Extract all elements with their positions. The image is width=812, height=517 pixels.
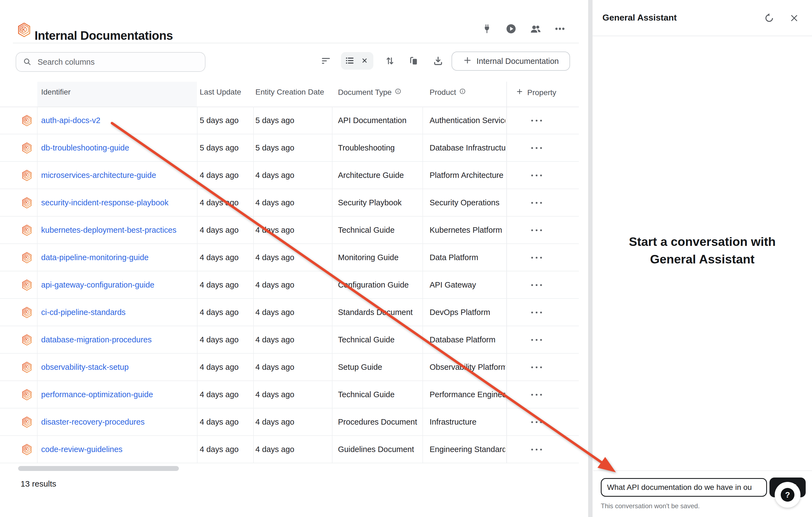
- column-header-entity-creation-date[interactable]: Entity Creation Date: [255, 88, 324, 96]
- assistant-empty-state: Start a conversation with General Assist…: [592, 233, 812, 268]
- page-title: Internal Documentations: [35, 29, 173, 42]
- document-asset-icon: K: [21, 279, 32, 291]
- identifier-link[interactable]: code-review-guidelines: [41, 445, 123, 454]
- table-body: K auth-api-docs-v2 5 days ago 5 days ago…: [0, 107, 579, 463]
- identifier-link[interactable]: security-incident-response-playbook: [41, 198, 168, 207]
- last-update-cell: 5 days ago: [200, 116, 239, 125]
- product-cell: Security Operations: [430, 198, 505, 207]
- last-update-cell: 4 days ago: [200, 280, 239, 290]
- add-property-button[interactable]: Property: [516, 88, 556, 97]
- add-internal-documentation-button[interactable]: Internal Documentation: [452, 52, 570, 71]
- identifier-link[interactable]: kubernetes-deployment-best-practices: [41, 225, 176, 235]
- more-actions-button[interactable]: [552, 21, 568, 37]
- entity-creation-date-cell: 4 days ago: [255, 445, 294, 454]
- svg-text:K: K: [25, 393, 28, 397]
- panel-input-divider: [593, 470, 812, 471]
- identifier-link[interactable]: ci-cd-pipeline-standards: [41, 308, 126, 317]
- reset-conversation-button[interactable]: [761, 10, 777, 26]
- row-more-button[interactable]: [526, 114, 548, 127]
- identifier-link[interactable]: microservices-architecture-guide: [41, 171, 156, 180]
- row-more-button[interactable]: [526, 196, 548, 209]
- conversation-disclaimer: This conversation won't be saved.: [601, 502, 700, 510]
- column-header-last-update[interactable]: Last Update: [200, 88, 241, 96]
- ellipsis-icon: [531, 393, 542, 397]
- help-widget-button[interactable]: ?: [775, 482, 801, 508]
- row-more-button[interactable]: [526, 416, 548, 429]
- table-row: K db-troubleshooting-guide 5 days ago 5 …: [0, 134, 579, 162]
- svg-text:K: K: [25, 146, 28, 150]
- row-more-button[interactable]: [526, 361, 548, 374]
- assistant-message-input[interactable]: [601, 478, 767, 497]
- document-asset-icon: K: [21, 224, 32, 236]
- table-row: K api-gateway-configuration-guide 4 days…: [0, 271, 579, 299]
- row-more-button[interactable]: [526, 278, 548, 292]
- download-button[interactable]: [430, 53, 446, 70]
- document-asset-icon: K: [21, 142, 32, 154]
- filter-button[interactable]: [318, 53, 334, 70]
- row-more-button[interactable]: [526, 333, 548, 346]
- identifier-link[interactable]: disaster-recovery-procedures: [41, 418, 145, 427]
- entity-creation-date-cell: 4 days ago: [255, 225, 294, 235]
- product-cell: Platform Architecture: [430, 171, 505, 180]
- identifier-link[interactable]: data-pipeline-monitoring-guide: [41, 253, 149, 262]
- play-circle-icon: [505, 23, 517, 35]
- row-more-button[interactable]: [526, 169, 548, 182]
- identifier-link[interactable]: db-troubleshooting-guide: [41, 143, 129, 152]
- table-row: K disaster-recovery-procedures 4 days ag…: [0, 408, 579, 436]
- list-view-button[interactable]: [344, 53, 356, 68]
- entity-creation-date-cell: 4 days ago: [255, 390, 294, 399]
- identifier-link[interactable]: observability-stack-setup: [41, 363, 129, 372]
- ellipsis-icon: [531, 420, 542, 424]
- row-more-button[interactable]: [526, 251, 548, 264]
- row-more-button[interactable]: [526, 142, 548, 155]
- identifier-link[interactable]: database-migration-procedures: [41, 335, 152, 344]
- clear-view-button[interactable]: [358, 53, 371, 68]
- document-type-cell: Technical Guide: [338, 390, 420, 399]
- identifier-link[interactable]: performance-optimization-guide: [41, 390, 153, 399]
- table-row: K kubernetes-deployment-best-practices 4…: [0, 217, 579, 244]
- table-row: K microservices-architecture-guide 4 day…: [0, 162, 579, 189]
- document-asset-icon: K: [21, 389, 32, 401]
- document-type-cell: Guidelines Document: [338, 445, 420, 454]
- document-type-cell: Technical Guide: [338, 225, 420, 235]
- column-header-document-type[interactable]: Document Type: [338, 88, 402, 97]
- panel-resize-handle[interactable]: [588, 0, 592, 517]
- entity-creation-date-cell: 4 days ago: [255, 171, 294, 180]
- help-question-icon: ?: [781, 488, 794, 501]
- copy-button[interactable]: [406, 53, 422, 70]
- document-type-cell: API Documentation: [338, 116, 420, 125]
- identifier-link[interactable]: api-gateway-configuration-guide: [41, 280, 154, 290]
- table-row: K performance-optimization-guide 4 days …: [0, 381, 579, 408]
- integrations-button[interactable]: [479, 21, 495, 37]
- entity-creation-date-cell: 5 days ago: [255, 143, 294, 152]
- download-icon: [433, 55, 443, 67]
- document-asset-icon: K: [21, 170, 32, 181]
- search-input[interactable]: [37, 57, 186, 67]
- identifier-link[interactable]: auth-api-docs-v2: [41, 116, 100, 125]
- last-update-cell: 4 days ago: [200, 390, 239, 399]
- document-asset-icon: K: [21, 306, 32, 318]
- svg-text:K: K: [25, 201, 28, 205]
- column-header-identifier[interactable]: Identifier: [41, 88, 70, 96]
- last-update-cell: 4 days ago: [200, 253, 239, 262]
- horizontal-scrollbar[interactable]: [18, 466, 179, 471]
- column-header-product[interactable]: Product: [430, 88, 466, 97]
- row-more-button[interactable]: [526, 388, 548, 401]
- run-playbook-button[interactable]: [503, 21, 519, 37]
- product-cell: Observability Platform: [430, 363, 505, 372]
- last-update-cell: 4 days ago: [200, 335, 239, 344]
- copy-icon: [408, 55, 419, 67]
- product-cell: Database Platform: [430, 335, 505, 344]
- close-panel-button[interactable]: [786, 10, 802, 26]
- members-button[interactable]: [528, 21, 543, 37]
- header-divider: [13, 43, 579, 43]
- ellipsis-icon: [531, 229, 542, 233]
- row-more-button[interactable]: [526, 443, 548, 456]
- svg-text:K: K: [25, 311, 28, 314]
- empty-state-line2: General Assistant: [592, 250, 812, 268]
- sort-button[interactable]: [382, 53, 398, 70]
- svg-text:K: K: [25, 338, 28, 342]
- add-button-label: Internal Documentation: [476, 57, 559, 66]
- row-more-button[interactable]: [526, 224, 548, 237]
- row-more-button[interactable]: [526, 306, 548, 319]
